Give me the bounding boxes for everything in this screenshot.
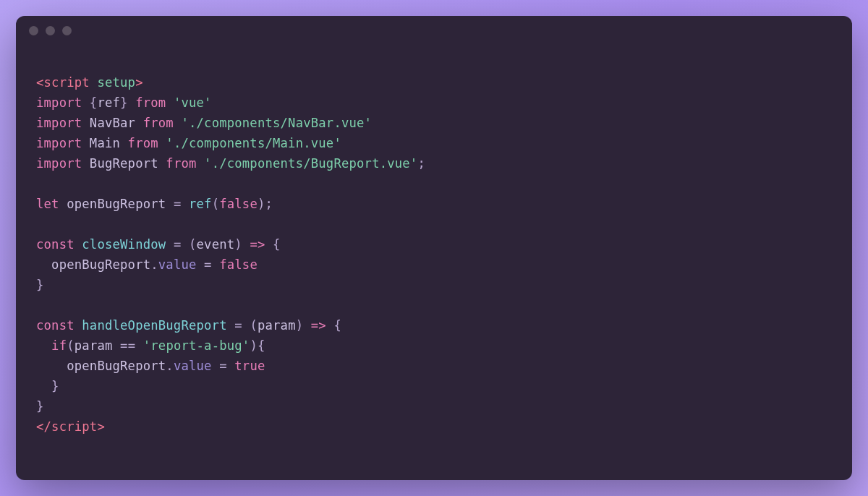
- code-line-blank-12: [36, 295, 832, 315]
- code-line-13: const handleOpenBugReport = (param) => {: [36, 315, 832, 335]
- code-line-4: import Main from './components/Main.vue': [36, 133, 832, 153]
- code-line-blank-8: [36, 214, 832, 234]
- code-line-10: openBugReport.value = false: [36, 255, 832, 275]
- code-line-1: <script setup>: [36, 72, 832, 93]
- code-editor-window: <script setup> import {ref} from 'vue' i…: [16, 16, 852, 480]
- code-line-11: }: [36, 275, 832, 295]
- window-minimize-dot[interactable]: [46, 26, 55, 35]
- code-line-7: let openBugReport = ref(false);: [36, 194, 832, 214]
- code-line-14: if(param == 'report-a-bug'){: [36, 335, 832, 356]
- code-line-blank-6: [36, 174, 832, 194]
- code-line-5: import BugReport from './components/BugR…: [36, 153, 832, 174]
- code-line-2: import {ref} from 'vue': [36, 93, 832, 113]
- code-line-18: </script>: [36, 416, 832, 437]
- code-line-16: }: [36, 376, 832, 396]
- code-line-15: openBugReport.value = true: [36, 356, 832, 376]
- window-close-dot[interactable]: [29, 26, 38, 35]
- window-maximize-dot[interactable]: [62, 26, 72, 35]
- code-line-17: }: [36, 396, 832, 416]
- code-line-9: const closeWindow = (event) => {: [36, 234, 832, 255]
- window-titlebar: [16, 16, 852, 45]
- code-line-3: import NavBar from './components/NavBar.…: [36, 113, 832, 133]
- code-area[interactable]: <script setup> import {ref} from 'vue' i…: [16, 45, 852, 451]
